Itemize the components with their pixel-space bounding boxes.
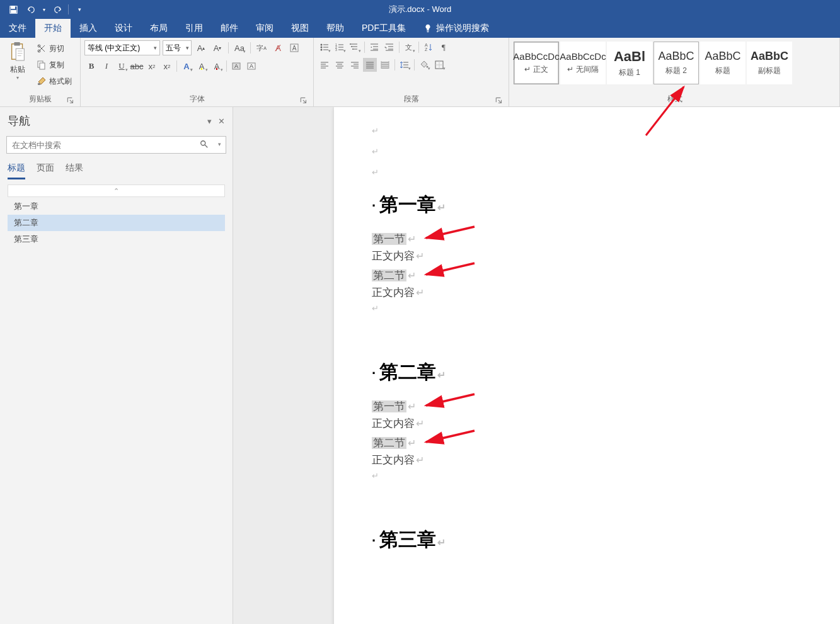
style-heading2[interactable]: AaBbC 标题 2 bbox=[653, 42, 699, 84]
paste-button[interactable]: 粘贴 ▾ bbox=[4, 40, 32, 93]
tab-references[interactable]: 引用 bbox=[176, 19, 212, 38]
document-area[interactable]: ↵ ↵ ↵ ·第一章↵第一节↵正文内容↵第二节↵正文内容↵↵·第二章↵第一节↵正… bbox=[233, 107, 840, 624]
tell-me-search[interactable]: 操作说明搜索 bbox=[415, 19, 498, 38]
highlight-button[interactable]: A▾ bbox=[195, 59, 209, 73]
svg-rect-10 bbox=[38, 83, 40, 85]
numbering-button[interactable]: 123▾ bbox=[333, 40, 347, 54]
nav-search-input[interactable] bbox=[6, 136, 226, 154]
close-icon[interactable]: ✕ bbox=[218, 116, 225, 126]
group-styles: AaBbCcDc ↵ 正文 AaBbCcDc ↵ 无间隔 AaBl 标题 1 A… bbox=[509, 38, 840, 106]
lightbulb-icon bbox=[423, 24, 432, 33]
char-border-button[interactable]: A bbox=[245, 59, 258, 73]
font-size-input[interactable] bbox=[163, 43, 184, 52]
svg-text:A: A bbox=[292, 45, 297, 52]
paste-icon bbox=[8, 42, 27, 63]
bold-button[interactable]: B bbox=[84, 59, 98, 73]
tab-layout[interactable]: 布局 bbox=[141, 19, 176, 38]
paragraph-mark: ↵ bbox=[372, 167, 802, 177]
underline-button[interactable]: U▾ bbox=[115, 59, 129, 73]
multilevel-button[interactable]: ▾ bbox=[348, 40, 362, 54]
save-icon[interactable] bbox=[5, 1, 21, 18]
search-options-icon[interactable]: ▾ bbox=[218, 141, 221, 147]
style-heading1[interactable]: AaBl 标题 1 bbox=[607, 42, 652, 84]
search-icon[interactable] bbox=[200, 140, 209, 151]
nav-title: 导航 bbox=[8, 113, 30, 128]
tab-view[interactable]: 视图 bbox=[282, 19, 318, 38]
paragraph-mark: ↵ bbox=[372, 126, 802, 135]
decrease-indent-button[interactable] bbox=[367, 40, 381, 54]
svg-point-24 bbox=[351, 46, 352, 47]
copy-icon bbox=[37, 60, 47, 70]
tab-home[interactable]: 开始 bbox=[35, 19, 71, 38]
clear-format-button[interactable]: A̸ bbox=[271, 41, 285, 55]
format-painter-button[interactable]: 格式刷 bbox=[34, 74, 74, 88]
tab-review[interactable]: 审阅 bbox=[247, 19, 282, 38]
scissors-icon bbox=[37, 43, 47, 54]
window-title: 演示.docx - Word bbox=[389, 4, 452, 15]
bullets-button[interactable]: ▾ bbox=[318, 40, 331, 54]
tab-mailings[interactable]: 邮件 bbox=[212, 19, 247, 38]
shrink-font-button[interactable]: A▾ bbox=[210, 41, 224, 55]
align-center-button[interactable] bbox=[333, 58, 347, 72]
qat-customize-icon[interactable]: ▾ bbox=[71, 1, 88, 18]
cut-button[interactable]: 剪切 bbox=[34, 42, 74, 55]
show-marks-button[interactable]: ¶ bbox=[437, 40, 451, 54]
heading2: 第二节↵ bbox=[372, 436, 802, 450]
nav-tab-pages[interactable]: 页面 bbox=[37, 162, 54, 179]
chevron-down-icon[interactable]: ▾ bbox=[184, 45, 191, 51]
tab-help[interactable]: 帮助 bbox=[318, 19, 353, 38]
chevron-down-icon[interactable]: ▾ bbox=[151, 45, 159, 51]
align-distributed-button[interactable] bbox=[378, 58, 392, 72]
clipboard-launcher-icon[interactable] bbox=[66, 96, 75, 105]
line-spacing-button[interactable]: ▾ bbox=[398, 58, 411, 72]
align-justify-button[interactable] bbox=[363, 58, 377, 72]
borders-button[interactable]: ▾ bbox=[432, 58, 446, 72]
styles-gallery[interactable]: AaBbCcDc ↵ 正文 AaBbCcDc ↵ 无间隔 AaBl 标题 1 A… bbox=[513, 40, 793, 93]
phonetic-guide-button[interactable]: 字A bbox=[255, 41, 268, 55]
strikethrough-button[interactable]: abc bbox=[130, 59, 144, 73]
font-name-input[interactable] bbox=[85, 43, 151, 52]
align-right-button[interactable] bbox=[348, 58, 362, 72]
copy-button[interactable]: 复制 bbox=[34, 58, 74, 72]
tab-pdf[interactable]: PDF工具集 bbox=[353, 19, 415, 38]
svg-point-23 bbox=[350, 43, 351, 45]
paragraph-mark: ↵ bbox=[372, 471, 802, 480]
char-shading-button[interactable]: A bbox=[229, 59, 243, 73]
undo-icon[interactable] bbox=[23, 1, 39, 18]
nav-dropdown-icon[interactable]: ▾ bbox=[207, 116, 212, 126]
undo-dropdown-icon[interactable]: ▾ bbox=[40, 1, 48, 18]
style-subtitle[interactable]: AaBbC 副标题 bbox=[747, 42, 792, 84]
nav-tree-top[interactable]: ⌃ bbox=[8, 184, 225, 197]
grow-font-button[interactable]: A▴ bbox=[194, 41, 208, 55]
font-size-combo[interactable]: ▾ bbox=[163, 40, 192, 55]
style-nospacing[interactable]: AaBbCcDc ↵ 无间隔 bbox=[560, 42, 606, 84]
svg-text:A: A bbox=[250, 63, 253, 69]
nav-node-ch3[interactable]: 第三章 bbox=[8, 231, 225, 247]
change-case-button[interactable]: Aa▾ bbox=[233, 41, 246, 55]
align-left-button[interactable] bbox=[318, 58, 331, 72]
paragraph-launcher-icon[interactable] bbox=[495, 96, 503, 105]
font-color-button[interactable]: A▾ bbox=[210, 59, 224, 73]
subscript-button[interactable]: x2 bbox=[145, 59, 159, 73]
nav-tab-results[interactable]: 结果 bbox=[66, 162, 83, 179]
tab-file[interactable]: 文件 bbox=[0, 19, 35, 38]
redo-icon[interactable] bbox=[49, 1, 66, 18]
style-title[interactable]: AaBbC 标题 bbox=[700, 42, 745, 84]
sort-button[interactable]: AZ bbox=[422, 40, 435, 54]
shading-button[interactable]: ▾ bbox=[417, 58, 431, 72]
nav-tab-headings[interactable]: 标题 bbox=[8, 162, 25, 179]
increase-indent-button[interactable] bbox=[383, 40, 396, 54]
font-launcher-icon[interactable] bbox=[299, 96, 308, 105]
tab-design[interactable]: 设计 bbox=[106, 19, 141, 38]
text-effects-button[interactable]: A▾ bbox=[180, 59, 193, 73]
enclose-char-button[interactable]: A bbox=[287, 41, 301, 55]
style-normal[interactable]: AaBbCcDc ↵ 正文 bbox=[514, 42, 559, 84]
tab-insert[interactable]: 插入 bbox=[71, 19, 106, 38]
nav-node-ch1[interactable]: 第一章 bbox=[8, 198, 225, 215]
superscript-button[interactable]: x2 bbox=[160, 59, 174, 73]
italic-button[interactable]: I bbox=[100, 59, 113, 73]
nav-node-ch2[interactable]: 第二章 bbox=[8, 215, 225, 231]
asian-layout-button[interactable]: 文▾ bbox=[402, 40, 416, 54]
font-name-combo[interactable]: ▾ bbox=[84, 40, 160, 55]
svg-rect-2 bbox=[11, 10, 16, 13]
